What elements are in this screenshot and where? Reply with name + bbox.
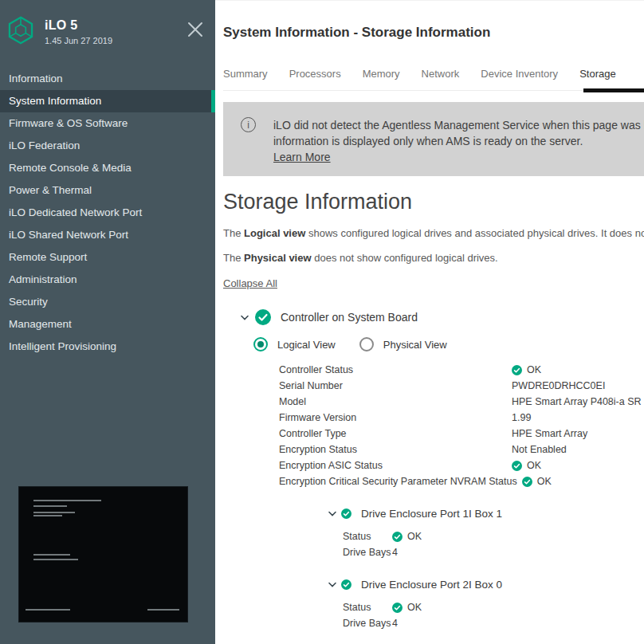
logical-view-label: Logical View [277, 339, 336, 351]
property-row: Controller Status OK [279, 362, 644, 378]
sidebar-item-remote-support[interactable]: Remote Support [0, 246, 215, 269]
property-value: Not Enabled [512, 444, 567, 455]
view-selector: Logical View Physical View [253, 337, 644, 351]
status-ok-icon [341, 579, 351, 590]
ilo-logo-icon [6, 16, 35, 45]
app-title: iLO 5 [45, 18, 112, 33]
banner-message-line1: iLO did not detect the Agentless Managem… [273, 117, 644, 133]
console-screen-line [33, 500, 101, 501]
property-value: HPE Smart Array [512, 428, 587, 439]
enclosure-name: Drive Enclosure Port 2I Box 0 [361, 579, 502, 591]
sidebar-item-system-information[interactable]: System Information [0, 90, 215, 112]
sidebar-item-security[interactable]: Security [0, 291, 215, 313]
sidebar-item-intelligent-provisioning[interactable]: Intelligent Provisioning [0, 336, 215, 358]
property-row: Encryption ASIC Status OK [279, 457, 644, 473]
sidebar-item-information[interactable]: Information [0, 68, 215, 90]
controller-tree-header[interactable]: Controller on System Board [241, 309, 644, 325]
status-ok-icon [255, 309, 271, 325]
controller-section: Controller on System Board Logical View … [241, 309, 644, 631]
property-row: Firmware Version 1.99 [279, 410, 644, 426]
tab-storage[interactable]: Storage [579, 68, 616, 80]
tab-network[interactable]: Network [422, 68, 460, 80]
main-content: System Information - Storage Information… [215, 0, 644, 644]
enclosure-name: Drive Enclosure Port 1I Box 1 [361, 508, 502, 520]
property-row: Encryption Critical Security Parameter N… [279, 473, 644, 489]
info-icon: i [241, 117, 256, 132]
console-screen-line [26, 609, 70, 611]
banner-message-line2: information is displayed only when AMS i… [273, 133, 644, 149]
remote-console-thumbnail[interactable] [18, 486, 188, 622]
drive-enclosure-1: Drive Enclosure Port 1I Box 1 Status OK … [328, 508, 644, 560]
chevron-down-icon[interactable] [328, 511, 336, 516]
console-screen-line [147, 609, 179, 611]
property-row: Controller Type HPE Smart Array [279, 426, 644, 442]
enclosure-bays-value: 4 [392, 618, 398, 629]
drive-enclosure-2: Drive Enclosure Port 2I Box 0 Status OK … [328, 579, 644, 631]
property-value: OK [527, 460, 541, 471]
active-tab-underline [583, 88, 644, 92]
property-value: HPE Smart Array P408i-a SR Gen1 [512, 396, 644, 407]
app-version: 1.45 Jun 27 2019 [45, 36, 112, 45]
status-ok-icon [392, 603, 402, 613]
enclosure-bays-row: Drive Bays 4 [343, 544, 644, 560]
drive-enclosure-header[interactable]: Drive Enclosure Port 1I Box 1 [328, 508, 644, 520]
tab-processors[interactable]: Processors [289, 68, 341, 80]
property-row: Serial Number PWDRE0DRHCC0EI [279, 378, 644, 394]
property-value: OK [537, 476, 552, 487]
status-ok-icon [512, 461, 522, 471]
logical-view-description: The Logical view shows configured logica… [223, 227, 644, 239]
close-icon[interactable] [187, 21, 204, 41]
console-screen-line [33, 554, 70, 556]
tab-memory[interactable]: Memory [363, 68, 400, 80]
sidebar-nav: Information System Information Firmware … [0, 68, 215, 358]
status-ok-icon [522, 477, 532, 487]
chevron-down-icon[interactable] [328, 582, 336, 587]
property-value: PWDRE0DRHCC0EI [512, 380, 605, 391]
sidebar-item-management[interactable]: Management [0, 313, 215, 336]
sidebar-item-remote-console-media[interactable]: Remote Console & Media [0, 157, 215, 179]
sidebar-item-firmware-os-software[interactable]: Firmware & OS Software [0, 112, 215, 135]
learn-more-link[interactable]: Learn More [273, 149, 331, 165]
console-screen-line [33, 505, 67, 507]
sidebar-header: iLO 5 1.45 Jun 27 2019 [0, 0, 215, 45]
status-ok-icon [341, 509, 351, 519]
page-title: System Information - Storage Information [223, 25, 644, 41]
physical-view-label: Physical View [383, 339, 447, 351]
controller-name: Controller on System Board [281, 311, 418, 324]
property-value: 1.99 [512, 412, 531, 423]
collapse-all-link[interactable]: Collapse All [223, 277, 277, 289]
property-row: Encryption Status Not Enabled [279, 442, 644, 457]
enclosure-status-value: OK [407, 602, 422, 613]
tab-device-inventory[interactable]: Device Inventory [481, 68, 558, 80]
enclosure-status-row: Status OK [343, 528, 644, 544]
console-screen-line [33, 512, 75, 513]
drive-enclosure-header[interactable]: Drive Enclosure Port 2I Box 0 [328, 579, 644, 591]
sidebar-item-ilo-federation[interactable]: iLO Federation [0, 135, 215, 157]
enclosure-status-row: Status OK [343, 599, 644, 615]
sidebar-item-power-thermal[interactable]: Power & Thermal [0, 179, 215, 202]
tab-summary[interactable]: Summary [223, 68, 268, 80]
physical-view-description: The Physical view does not show configur… [223, 252, 644, 264]
status-ok-icon [392, 532, 402, 542]
console-screen-line [33, 515, 62, 516]
chevron-down-icon[interactable] [241, 315, 249, 320]
sidebar-item-administration[interactable]: Administration [0, 269, 215, 291]
sidebar: iLO 5 1.45 Jun 27 2019 Information Syste… [0, 0, 215, 644]
property-value: OK [527, 364, 541, 375]
console-screen-line [33, 559, 78, 560]
logical-view-radio[interactable] [253, 337, 268, 351]
sidebar-item-ilo-dedicated-network-port[interactable]: iLO Dedicated Network Port [0, 202, 215, 224]
property-row: Model HPE Smart Array P408i-a SR Gen1 [279, 394, 644, 410]
enclosure-bays-value: 4 [392, 547, 398, 558]
app-title-block: iLO 5 1.45 Jun 27 2019 [45, 16, 112, 45]
storage-information-heading: Storage Information [223, 190, 644, 214]
controller-properties: Controller Status OK Serial Number PWDRE… [279, 362, 644, 489]
enclosure-status-value: OK [407, 531, 422, 542]
physical-view-radio[interactable] [359, 337, 374, 351]
info-banner: i iLO did not detect the Agentless Manag… [223, 102, 644, 176]
tab-bar: Summary Processors Memory Network Device… [223, 68, 644, 91]
status-ok-icon [512, 365, 522, 375]
enclosure-bays-row: Drive Bays 4 [343, 615, 644, 631]
sidebar-item-ilo-shared-network-port[interactable]: iLO Shared Network Port [0, 224, 215, 246]
